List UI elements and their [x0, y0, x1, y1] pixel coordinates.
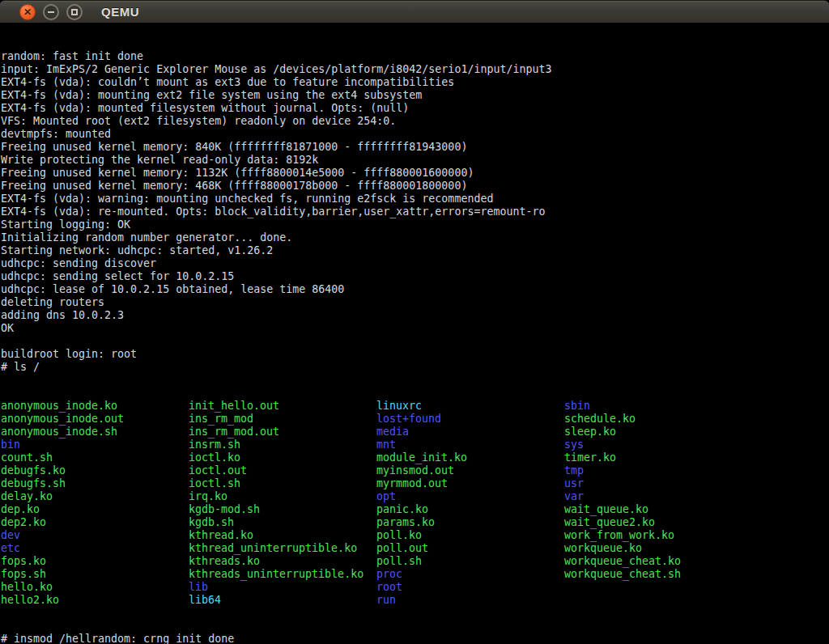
file-entry-exec: hello2.ko — [1, 594, 189, 607]
terminal-line: buildroot login: root — [1, 348, 829, 361]
terminal-line: Starting network: udhcpc: started, v1.26… — [1, 244, 829, 257]
file-entry-exec: anonymous_inode.out — [1, 413, 189, 426]
terminal-line: Freeing unused kernel memory: 1132K (fff… — [1, 167, 829, 180]
file-entry-exec: insrm.sh — [189, 439, 376, 451]
file-entry-link: linuxrc — [376, 400, 564, 413]
maximize-icon — [71, 9, 78, 15]
terminal-screen[interactable]: random: fast init doneinput: ImExPS/2 Ge… — [0, 23, 829, 644]
file-entry-dir: root — [376, 581, 564, 594]
ls-row: fops.kokthreads.kopoll.shworkqueue_cheat… — [1, 555, 829, 568]
file-entry-exec: ins_rm_mod — [189, 413, 376, 426]
file-entry-exec: kthread.ko — [189, 529, 376, 542]
file-entry-exec: ioctl.ko — [189, 451, 376, 464]
terminal-line: input: ImExPS/2 Generic Explorer Mouse a… — [1, 63, 829, 76]
titlebar: ✕ QEMU — [0, 0, 829, 23]
file-entry-dir: opt — [376, 490, 564, 503]
file-entry-exec: workqueue_cheat.ko — [564, 555, 752, 568]
file-entry-exec: wait_queue2.ko — [564, 516, 752, 529]
file-entry-exec: init_hello.out — [189, 400, 376, 413]
file-entry-exec: dep2.ko — [1, 516, 189, 529]
file-entry-exec: ins_rm_mod.out — [189, 426, 376, 439]
file-entry-exec: irq.ko — [189, 490, 376, 503]
file-entry-exec: kgdb.sh — [189, 516, 376, 529]
file-entry-exec: poll.sh — [376, 555, 564, 568]
file-entry-dir: proc — [376, 568, 564, 581]
file-entry-exec: ioctl.out — [189, 464, 376, 477]
file-entry-exec: wait_queue.ko — [564, 503, 752, 516]
file-entry-exec: anonymous_inode.sh — [1, 426, 189, 439]
file-entry-exec: timer.ko — [564, 451, 752, 464]
file-entry-exec: count.sh — [1, 451, 189, 464]
close-button[interactable]: ✕ — [19, 4, 36, 20]
file-entry-dir: lib — [189, 581, 376, 594]
file-entry-exec: params.ko — [376, 516, 564, 529]
file-entry-exec: poll.out — [376, 542, 564, 555]
tail-log: # insmod /hellrandom: crng init done# in… — [1, 633, 829, 644]
ls-row: hello2.kolib64run — [1, 594, 829, 607]
terminal-line: deleting routers — [1, 296, 829, 309]
file-entry-exec: sleep.ko — [564, 426, 752, 439]
terminal-line: Initializing random number generator... … — [1, 231, 829, 244]
ls-row: hello.kolibroot — [1, 581, 829, 594]
file-entry-dir: bin — [1, 439, 189, 451]
file-entry-exec: kthreads_uninterruptible.ko — [189, 568, 376, 581]
terminal-line: random: fast init done — [1, 50, 829, 63]
file-entry-dir: sys — [564, 439, 752, 451]
file-entry-exec: myinsmod.out — [376, 464, 564, 477]
file-entry-dir: tmp — [564, 464, 752, 477]
ls-row: dep.kokgdb-mod.shpanic.kowait_queue.ko — [1, 503, 829, 516]
ls-output: anonymous_inode.koinit_hello.outlinuxrcs… — [1, 400, 829, 607]
ls-row: anonymous_inode.outins_rm_modlost+founds… — [1, 413, 829, 426]
terminal-line: EXT4-fs (vda): warning: mounting uncheck… — [1, 193, 829, 205]
terminal-line: Starting logging: OK — [1, 218, 829, 231]
file-entry-dir: var — [564, 490, 752, 503]
ls-row: debugfs.shioctl.shmyrmmod.outusr — [1, 477, 829, 490]
terminal-line — [1, 335, 829, 348]
file-entry-exec: kthread_uninterruptible.ko — [189, 542, 376, 555]
file-entry-exec: fops.sh — [1, 568, 189, 581]
file-entry-exec: kthreads.ko — [189, 555, 376, 568]
maximize-button[interactable] — [66, 4, 83, 20]
file-entry-dir: usr — [564, 477, 752, 490]
ls-row: dep2.kokgdb.shparams.kowait_queue2.ko — [1, 516, 829, 529]
ls-row: anonymous_inode.koinit_hello.outlinuxrcs… — [1, 400, 829, 413]
file-entry-exec: work_from_work.ko — [564, 529, 752, 542]
terminal-line: EXT4-fs (vda): re-mounted. Opts: block_v… — [1, 205, 829, 218]
terminal-line: udhcpc: sending discover — [1, 257, 829, 270]
file-entry-dir: run — [376, 594, 564, 607]
minimize-button[interactable] — [43, 4, 59, 20]
file-entry-exec: hello.ko — [1, 581, 189, 594]
ls-row: debugfs.koioctl.outmyinsmod.outtmp — [1, 464, 829, 477]
ls-row: etckthread_uninterruptible.kopoll.outwor… — [1, 542, 829, 555]
terminal-line: EXT4-fs (vda): couldn’t mount as ext3 du… — [1, 76, 829, 89]
file-entry-dir: mnt — [376, 439, 564, 451]
close-icon: ✕ — [23, 7, 32, 17]
terminal-line: EXT4-fs (vda): mounting ext2 file system… — [1, 89, 829, 102]
file-entry-exec: myrmmod.out — [376, 477, 564, 490]
terminal-line: udhcpc: lease of 10.0.2.15 obtained, lea… — [1, 283, 829, 296]
file-entry-exec: dep.ko — [1, 503, 189, 516]
file-entry-exec: poll.ko — [376, 529, 564, 542]
boot-log: random: fast init doneinput: ImExPS/2 Ge… — [1, 50, 829, 374]
file-entry-exec: panic.ko — [376, 503, 564, 516]
terminal-line: Freeing unused kernel memory: 840K (ffff… — [1, 141, 829, 154]
file-entry-exec: debugfs.sh — [1, 477, 189, 490]
qemu-window: ✕ QEMU random: fast init doneinput: ImEx… — [0, 0, 829, 644]
terminal-line: # insmod /hellrandom: crng init done — [1, 633, 829, 644]
terminal-line: devtmpfs: mounted — [1, 128, 829, 141]
ls-row: delay.koirq.kooptvar — [1, 490, 829, 503]
terminal-line: EXT4-fs (vda): mounted filesystem withou… — [1, 102, 829, 115]
ls-row: fops.shkthreads_uninterruptible.koprocwo… — [1, 568, 829, 581]
window-title: QEMU — [101, 5, 139, 19]
file-entry-exec: fops.ko — [1, 555, 189, 568]
file-entry-exec: workqueue.ko — [564, 542, 752, 555]
minimize-icon — [48, 11, 54, 13]
file-entry-exec: schedule.ko — [564, 413, 752, 426]
terminal-line: Write protecting the kernel read-only da… — [1, 154, 829, 167]
file-entry-exec: anonymous_inode.ko — [1, 400, 189, 413]
ls-row: bininsrm.shmntsys — [1, 439, 829, 451]
terminal-line: adding dns 10.0.2.3 — [1, 309, 829, 322]
ls-row: count.shioctl.komodule_init.kotimer.ko — [1, 451, 829, 464]
file-entry-exec: debugfs.ko — [1, 464, 189, 477]
file-entry-dir: dev — [1, 529, 189, 542]
